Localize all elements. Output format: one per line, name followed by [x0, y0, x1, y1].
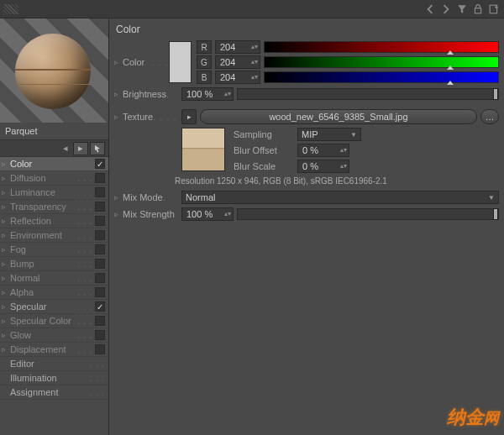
channel-illumination[interactable]: Illumination . . . — [0, 371, 108, 385]
expand-icon: ▹ — [2, 302, 10, 311]
channel-alpha[interactable]: ▹Alpha . . . — [0, 286, 108, 300]
b-button[interactable]: B — [197, 71, 212, 84]
texture-play-icon[interactable]: ▸ — [181, 109, 197, 124]
channel-luminance[interactable]: ▹Luminance . . . — [0, 186, 108, 200]
sidebar-nav: ◂ ▸ — [0, 140, 108, 157]
blur-scale-row: Blur Scale 0 %▴▾ — [234, 160, 499, 173]
r-input[interactable]: 204▴▾ — [215, 40, 260, 54]
svg-rect-1 — [490, 5, 496, 13]
channel-checkbox[interactable] — [95, 301, 105, 312]
expand-icon: ▹ — [2, 274, 10, 282]
channel-checkbox[interactable] — [95, 316, 105, 326]
material-name[interactable]: Parquet — [0, 123, 108, 140]
brightness-slider[interactable] — [237, 88, 499, 100]
channel-label: Environment — [10, 230, 77, 240]
expand-icon: ▹ — [2, 288, 10, 296]
texture-thumbnail[interactable] — [181, 128, 225, 171]
channel-editor[interactable]: Editor . . . — [0, 357, 108, 371]
g-button[interactable]: G — [197, 55, 212, 69]
funnel-icon[interactable] — [455, 3, 469, 16]
channel-normal[interactable]: ▹Normal . . . — [0, 271, 108, 286]
channel-checkbox[interactable] — [95, 230, 105, 240]
material-preview — [0, 18, 108, 123]
channel-label: Luminance — [10, 187, 77, 197]
r-button[interactable]: R — [197, 40, 212, 54]
expand-icon: ▹ — [2, 202, 10, 211]
channel-checkbox[interactable] — [95, 273, 105, 283]
browse-button[interactable]: … — [480, 109, 499, 124]
r-row: R 204▴▾ — [197, 40, 499, 54]
channel-transparency[interactable]: ▹Transparency . . . — [0, 200, 108, 214]
texture-label: ▹Texture . . . . — [114, 112, 181, 122]
spinner-icon[interactable]: ▴▾ — [251, 45, 258, 49]
rgb-block: R 204▴▾ G 204▴▾ B 204▴▾ — [197, 40, 499, 84]
channel-label: Bump — [10, 259, 77, 269]
channel-specular[interactable]: ▹Specular . . . — [0, 300, 108, 314]
toolbar-right — [423, 3, 501, 16]
next-icon[interactable] — [439, 3, 453, 16]
mix-mode-dropdown[interactable]: Normal▼ — [181, 191, 499, 204]
channel-fog[interactable]: ▹Fog . . . — [0, 243, 108, 257]
mix-strength-input[interactable]: 100 %▴▾ — [181, 207, 234, 221]
sampling-label: Sampling — [234, 129, 292, 139]
g-input[interactable]: 204▴▾ — [215, 55, 260, 69]
spinner-icon[interactable]: ▴▾ — [224, 212, 231, 216]
channel-checkbox[interactable] — [95, 159, 105, 169]
channel-checkbox[interactable] — [95, 330, 105, 340]
spinner-icon[interactable]: ▴▾ — [251, 60, 258, 64]
expand-icon: ▹ — [2, 231, 10, 239]
expand-icon: ▹ — [2, 331, 10, 339]
texture-filename[interactable]: wood_new_6546_9385_Small.jpg — [200, 109, 477, 124]
expand-icon: ▹ — [2, 245, 10, 254]
channel-checkbox[interactable] — [95, 187, 105, 197]
channel-checkbox[interactable] — [95, 173, 105, 183]
spinner-icon[interactable]: ▴▾ — [340, 149, 347, 152]
channel-checkbox[interactable] — [95, 259, 105, 269]
channel-color[interactable]: ▹Color . . . — [0, 157, 108, 171]
spinner-icon[interactable]: ▴▾ — [251, 76, 258, 79]
main-area: Parquet ◂ ▸ ▹Color . . .▹Diffusion . . .… — [0, 18, 504, 435]
spinner-icon[interactable]: ▴▾ — [340, 165, 347, 168]
b-slider[interactable] — [264, 71, 499, 83]
channel-checkbox[interactable] — [95, 202, 105, 212]
channel-environment[interactable]: ▹Environment . . . — [0, 228, 108, 243]
mix-strength-slider[interactable] — [237, 208, 499, 220]
texture-controls: ▸ wood_new_6546_9385_Small.jpg … — [181, 109, 499, 124]
channel-specular-color[interactable]: ▹Specular Color . . . — [0, 314, 108, 328]
nav-left-icon[interactable]: ◂ — [60, 142, 71, 155]
r-slider[interactable] — [264, 41, 499, 53]
nav-right-icon[interactable]: ▸ — [73, 142, 88, 155]
channel-checkbox[interactable] — [95, 216, 105, 226]
channel-checkbox[interactable] — [95, 287, 105, 297]
spinner-icon[interactable]: ▴▾ — [224, 92, 231, 96]
sampling-dropdown[interactable]: MIP▼ — [297, 128, 361, 141]
channel-checkbox[interactable] — [95, 244, 105, 254]
channel-displacement[interactable]: ▹Displacement . . . — [0, 343, 108, 357]
color-swatch[interactable] — [169, 41, 192, 83]
channel-glow[interactable]: ▹Glow . . . — [0, 328, 108, 343]
brightness-input[interactable]: 100 %▴▾ — [181, 87, 234, 101]
expand-icon: ▹ — [2, 188, 10, 197]
cursor-icon[interactable] — [90, 142, 105, 155]
channel-label: Specular Color — [10, 316, 77, 326]
b-input[interactable]: 204▴▾ — [215, 71, 260, 84]
channel-diffusion[interactable]: ▹Diffusion . . . — [0, 171, 108, 186]
b-row: B 204▴▾ — [197, 71, 499, 84]
channel-label: Color — [10, 159, 77, 169]
channel-label: Normal — [10, 273, 77, 283]
expand-icon: ▹ — [2, 259, 10, 268]
texture-row: ▹Texture . . . . ▸ wood_new_6546_9385_Sm… — [114, 109, 499, 124]
blur-offset-input[interactable]: 0 %▴▾ — [297, 144, 349, 157]
g-slider[interactable] — [264, 56, 499, 68]
new-icon[interactable] — [487, 3, 501, 16]
channel-reflection[interactable]: ▹Reflection . . . — [0, 214, 108, 228]
lock-icon[interactable] — [471, 3, 485, 16]
resolution-info: Resolution 1250 x 946, RGB (8 Bit), sRGB… — [175, 176, 499, 186]
channel-checkbox[interactable] — [95, 344, 105, 354]
prev-icon[interactable] — [423, 3, 437, 16]
channel-bump[interactable]: ▹Bump . . . — [0, 257, 108, 271]
blur-scale-input[interactable]: 0 %▴▾ — [297, 160, 349, 173]
channel-assignment[interactable]: Assignment . . . — [0, 385, 108, 400]
grip-icon — [3, 4, 18, 14]
chevron-down-icon: ▼ — [350, 131, 357, 139]
